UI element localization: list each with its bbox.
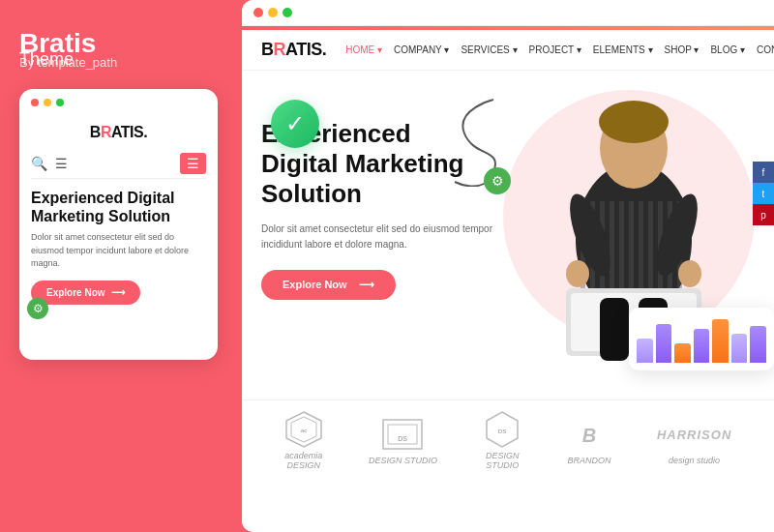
mobile-gear-icon: ⚙ [27, 298, 48, 319]
mobile-logo: BRATIS. [31, 120, 206, 149]
mobile-card-dots [19, 89, 218, 112]
hero-gear-icon: ⚙ [484, 167, 511, 194]
mobile-cta-button[interactable]: Explore Now ⟶ [31, 281, 140, 305]
twitter-button[interactable]: t [753, 183, 774, 204]
brand-brandon-text: BRANDON [568, 456, 611, 465]
brand-academia-text: academiaDESIGN [284, 451, 322, 470]
left-panel: Bratis Theme By template_path BRATIS. 🔍 … [0, 0, 242, 532]
mobile-menu-icon: ☰ [55, 156, 68, 171]
brand-design-studio: DS DESIGN STUDIO [369, 415, 437, 465]
nav-company[interactable]: COMPANY ▾ [394, 44, 449, 55]
mobile-preview-card: BRATIS. 🔍 ☰ ☰ Experienced Digital Market… [19, 89, 218, 360]
svg-rect-7 [619, 201, 624, 298]
brand-harrison: HARRISON design studio [657, 415, 731, 465]
site-navigation: BRATIS. HOME ▾ COMPANY ▾ SERVICES ▾ PROJ… [242, 30, 774, 71]
mobile-cta-arrow: ⟶ [111, 287, 125, 298]
check-badge: ✓ [271, 100, 319, 148]
mobile-hero-heading: Experienced Digital Marketing Solution [31, 189, 206, 225]
mobile-card-body: BRATIS. 🔍 ☰ ☰ Experienced Digital Market… [19, 112, 218, 318]
svg-rect-9 [639, 201, 643, 298]
brand-design-hex-text: DESIGNSTUDIO [486, 451, 520, 470]
brand-logos-section: ac academiaDESIGN DS DESIGN STUDIO DS [242, 399, 774, 480]
hero-cta-button[interactable]: Explore Now ⟶ [261, 270, 396, 300]
svg-text:ac: ac [300, 428, 306, 433]
nav-services[interactable]: SERVICES ▾ [461, 44, 517, 55]
side-social-buttons: f t p [753, 162, 774, 225]
theme-by: By template_path [19, 55, 223, 70]
chart-widget [629, 308, 774, 370]
nav-shop[interactable]: SHOP ▾ [665, 44, 700, 55]
hero-section: Experienced Digital Marketing Solution D… [242, 71, 774, 399]
svg-rect-8 [629, 201, 634, 298]
dot-green [56, 99, 64, 106]
svg-rect-10 [648, 201, 653, 298]
svg-point-16 [566, 260, 589, 287]
mobile-cta-label: Explore Now [46, 287, 105, 298]
browser-dots [253, 8, 292, 17]
brand-academia: ac academiaDESIGN [284, 410, 323, 470]
mobile-menu-button[interactable]: ☰ [180, 153, 206, 174]
svg-text:B: B [581, 425, 595, 446]
hero-text: Dolor sit amet consectetur elit sed do e… [261, 222, 493, 252]
mobile-hero-text: Dolor sit amet consectetur elit sed do e… [31, 231, 206, 271]
pinterest-button[interactable]: p [753, 204, 774, 225]
svg-point-17 [678, 260, 701, 287]
browser-dot-green [283, 8, 292, 17]
hero-heading-line3: Solution [261, 179, 362, 208]
mobile-nav: 🔍 ☰ ☰ [31, 149, 206, 179]
svg-point-2 [599, 101, 669, 143]
svg-rect-6 [610, 201, 614, 298]
brand-harrison-text: design studio [669, 456, 720, 465]
nav-project[interactable]: PROJECT ▾ [529, 44, 581, 55]
browser-dot-yellow [268, 8, 278, 17]
hero-cta-label: Explore Now [283, 279, 347, 290]
dot-yellow [44, 99, 51, 106]
nav-contact[interactable]: CONTACT ▾ [757, 44, 774, 55]
brand-design-studio-text: DESIGN STUDIO [369, 456, 437, 465]
svg-text:DS: DS [399, 435, 408, 442]
svg-text:DS: DS [498, 429, 506, 434]
nav-blog[interactable]: BLOG ▾ [710, 44, 745, 55]
mobile-search-icon: 🔍 [31, 156, 47, 171]
nav-links: HOME ▾ COMPANY ▾ SERVICES ▾ PROJECT ▾ EL… [345, 44, 774, 55]
website-content: BRATIS. HOME ▾ COMPANY ▾ SERVICES ▾ PROJ… [242, 26, 774, 532]
brand-design-hex: DS DESIGNSTUDIO [483, 410, 521, 470]
browser-chrome [242, 0, 774, 26]
hero-heading-line2: Digital Marketing [261, 149, 463, 178]
site-logo: BRATIS. [261, 40, 326, 60]
svg-rect-20 [600, 298, 629, 361]
facebook-button[interactable]: f [753, 162, 774, 183]
brand-brandon: B BRANDON [568, 415, 611, 465]
browser-dot-red [253, 8, 263, 17]
hero-cta-arrow: ⟶ [359, 279, 374, 291]
dot-red [31, 99, 39, 106]
nav-elements[interactable]: ELEMENTS ▾ [593, 44, 653, 55]
nav-home[interactable]: HOME ▾ [345, 44, 382, 55]
right-panel: BRATIS. HOME ▾ COMPANY ▾ SERVICES ▾ PROJ… [242, 0, 774, 532]
